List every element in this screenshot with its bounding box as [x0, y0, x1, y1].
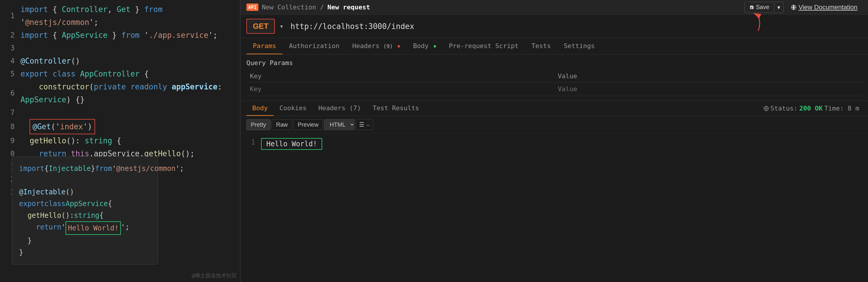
code-line-4: 4 @Controller(): [0, 55, 240, 67]
format-pretty-button[interactable]: Pretty: [246, 119, 271, 130]
value-input[interactable]: [558, 85, 859, 93]
save-button[interactable]: Save: [744, 2, 774, 13]
response-tab-test-results[interactable]: Test Results: [367, 101, 425, 116]
table-row-placeholder: [246, 82, 862, 96]
postman-icon: API: [246, 3, 258, 11]
code-line-2: 2 import { AppService } from './app.serv…: [0, 29, 240, 41]
method-dropdown-chevron[interactable]: ▾: [278, 23, 285, 30]
code-tooltip-popup: import { Injectable } from '@nestjs/comm…: [12, 157, 158, 264]
tab-authorization[interactable]: Authorization: [282, 38, 346, 54]
topbar-breadcrumb: New Collection /: [262, 3, 324, 11]
view-documentation-button[interactable]: View Documentation: [786, 2, 862, 13]
code-line-5: 5 export class AppController {: [0, 67, 240, 80]
globe-icon: [791, 5, 796, 10]
wrap-lines-button[interactable]: ☰ ↔: [356, 119, 373, 130]
watermark: @稀土掘金技术社区: [192, 272, 237, 279]
query-params-title: Query Params: [246, 59, 862, 66]
response-tab-body[interactable]: Body: [246, 101, 274, 116]
response-tab-headers[interactable]: Headers (7): [313, 101, 367, 116]
response-status-area: Status: 200 OK Time: 8 m: [764, 105, 862, 112]
headers-dot: [398, 45, 400, 48]
code-editor-panel: 1 import { Controller, Get } from '@nest…: [0, 0, 240, 282]
get-decorator-highlight: @Get('index'): [30, 119, 95, 134]
col-value: Value: [554, 70, 862, 82]
code-line-3: 3: [0, 41, 240, 55]
save-button-group[interactable]: Save ▾: [744, 2, 783, 13]
time-label: Time: 8 m: [825, 105, 859, 112]
tab-body[interactable]: Body: [406, 38, 442, 54]
response-tabs-left: Body Cookies Headers (7) Test Results: [246, 101, 425, 116]
response-format-bar: Pretty Raw Preview HTML JSON Text ☰ ↔: [241, 116, 868, 133]
topbar-left: API New Collection / New request: [246, 3, 370, 11]
col-key: Key: [246, 70, 554, 82]
body-dot: [434, 45, 436, 48]
params-table: Key Value: [246, 70, 862, 96]
value-input-cell[interactable]: [554, 82, 862, 96]
response-tabs-bar: Body Cookies Headers (7) Test Results St…: [241, 101, 868, 116]
response-area: Body Cookies Headers (7) Test Results St…: [241, 101, 868, 282]
response-hello-world: Hello World!: [266, 140, 317, 148]
response-body-area: Pretty Raw Preview HTML JSON Text ☰ ↔ 1 …: [241, 116, 868, 282]
key-input-cell[interactable]: [246, 82, 554, 96]
topbar-right: Save ▾ View Documentation: [744, 2, 862, 13]
postman-panel: API New Collection / New request Save ▾ …: [240, 0, 868, 282]
response-tab-cookies[interactable]: Cookies: [274, 101, 313, 116]
code-line-9: 9 getHello(): string {: [0, 134, 240, 147]
format-language-select[interactable]: HTML JSON Text: [324, 119, 355, 130]
tab-settings[interactable]: Settings: [557, 38, 601, 54]
tab-headers[interactable]: Headers (9): [346, 38, 407, 54]
request-bar: GET ▾: [241, 15, 868, 38]
response-value-container: Hello World!: [261, 138, 322, 150]
hello-world-highlight: Hello World!: [66, 221, 121, 235]
save-icon: [749, 5, 754, 10]
globe-response-icon: [764, 106, 769, 111]
tab-prerequest[interactable]: Pre-request Script: [442, 38, 525, 54]
format-preview-button[interactable]: Preview: [293, 119, 323, 130]
status-label: Status:: [771, 105, 798, 112]
request-tabs: Params Authorization Headers (9) Body Pr…: [241, 38, 868, 55]
url-input[interactable]: [288, 20, 862, 33]
key-input[interactable]: [250, 85, 551, 93]
code-line-1: 1 import { Controller, Get } from '@nest…: [0, 3, 240, 29]
response-line-number: 1: [246, 138, 255, 150]
headers-badge: (9): [383, 43, 393, 49]
code-line-6: 6 constructor(private readonly appServic…: [0, 80, 240, 106]
postman-topbar: API New Collection / New request Save ▾ …: [241, 0, 868, 15]
save-dropdown-button[interactable]: ▾: [774, 2, 783, 13]
code-line-7: 7: [0, 106, 240, 119]
tab-tests[interactable]: Tests: [525, 38, 557, 54]
topbar-title: New request: [328, 3, 370, 11]
query-params-section: Query Params Key Value: [241, 55, 868, 101]
status-value: 200 OK: [799, 105, 823, 112]
response-content: 1 Hello World!: [241, 133, 868, 154]
method-button[interactable]: GET: [246, 19, 275, 34]
format-raw-button[interactable]: Raw: [272, 119, 292, 130]
code-line-8: 8 @Get('index'): [0, 119, 240, 134]
tab-params[interactable]: Params: [246, 38, 282, 54]
